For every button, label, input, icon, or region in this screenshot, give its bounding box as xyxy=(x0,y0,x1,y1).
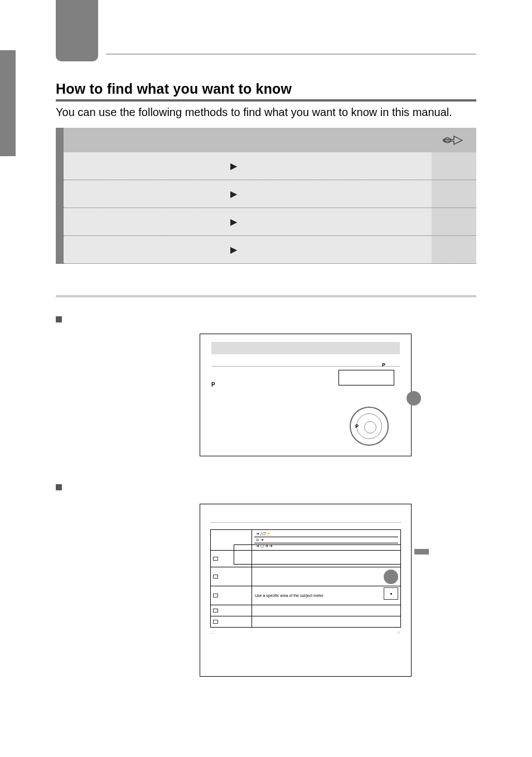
arrow-icon: ▶ xyxy=(230,161,237,171)
square-dot-mini-icon xyxy=(213,594,218,597)
grid-mini-icon xyxy=(213,557,218,561)
spot-frame-icon xyxy=(384,587,398,600)
bullet-heading xyxy=(56,314,476,322)
lookup-table: ▶ ▶ ▶ ▶ xyxy=(56,128,476,264)
square-dot-mini-icon xyxy=(213,620,218,624)
header-rule xyxy=(106,54,476,55)
table-row: ▶ xyxy=(64,236,476,264)
arrow-icon: ▶ xyxy=(230,216,237,227)
dial-p-letter: P xyxy=(355,423,359,429)
svg-point-0 xyxy=(444,138,451,143)
table-header-row xyxy=(64,128,476,152)
arrow-icon: ▶ xyxy=(230,189,237,199)
sample2-row xyxy=(211,567,400,586)
sample2-rule xyxy=(210,522,401,523)
table-row: ▶ xyxy=(64,180,476,208)
subsection: P P P xyxy=(56,295,476,677)
section-intro: You can use the following methods to fin… xyxy=(56,106,476,119)
square-dot-mini-icon xyxy=(213,609,218,613)
subsection-rule xyxy=(56,295,476,297)
mode-dial-icon: P xyxy=(350,407,389,446)
section-title: How to find what you want to know xyxy=(56,81,476,97)
table-row: ▶ xyxy=(64,208,476,236)
mode-callout-box xyxy=(338,370,394,385)
row-page xyxy=(432,236,476,263)
side-tab xyxy=(0,50,16,156)
title-underline xyxy=(56,99,476,102)
sample2-head-b3: ➜ ⬠ ➜ ➜ xyxy=(254,543,398,549)
sample2-head-b1: ➜ △▽⚡ xyxy=(254,531,398,537)
pointing-hand-icon xyxy=(442,131,466,150)
sample-rule xyxy=(211,366,400,367)
mode-dial-mark: P xyxy=(382,362,385,368)
sample2-head-b2: ⊙ ➜ xyxy=(254,537,398,543)
sample-title-bar xyxy=(211,342,400,354)
sample2-footer-left: … xyxy=(210,630,215,635)
row-page xyxy=(432,180,476,208)
content-area: How to find what you want to know You ca… xyxy=(56,81,476,677)
table-accent-bar xyxy=(56,128,64,264)
sample2-row xyxy=(211,605,400,616)
bullet-heading xyxy=(56,482,476,490)
sample2-cell-text: Use a specific area of the subject meter xyxy=(255,594,323,597)
callout-connector xyxy=(414,549,429,555)
square-bullet-icon xyxy=(56,484,62,490)
row-page xyxy=(432,152,476,180)
row-page xyxy=(432,208,476,235)
top-tab xyxy=(56,0,98,61)
square-bullet-icon xyxy=(56,316,62,322)
sample-page-figure-1: P P P xyxy=(200,334,412,456)
sample-page-figure-2: ➜ △▽⚡ ⊙ ➜ ➜ ⬠ ➜ ➜ xyxy=(200,504,412,677)
arrow-icon: ▶ xyxy=(230,244,237,255)
sample2-footer-right: ☞ xyxy=(397,630,401,635)
sample2-row xyxy=(211,616,400,627)
callout-marker xyxy=(407,391,421,406)
callout-marker xyxy=(384,570,398,584)
sample2-row: Use a specific area of the subject meter xyxy=(211,586,400,605)
sample-text xyxy=(211,358,400,363)
square-dot-mini-icon xyxy=(213,575,218,578)
table-row: ▶ xyxy=(64,152,476,180)
